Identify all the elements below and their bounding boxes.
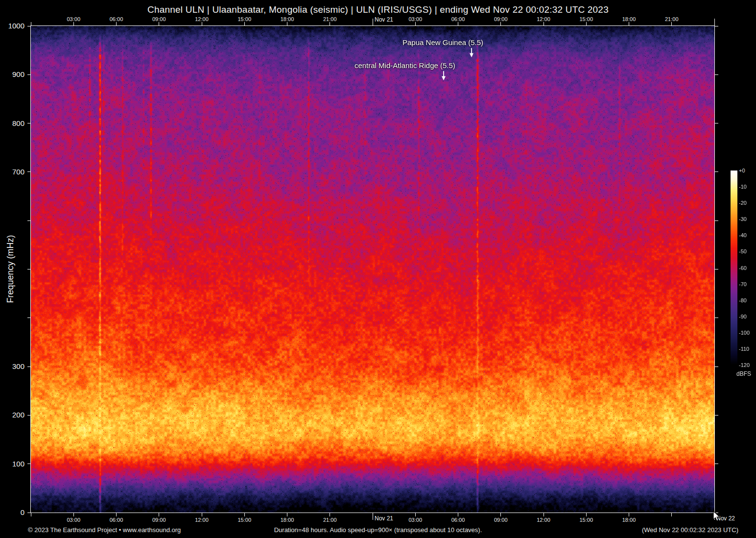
time-tick — [671, 513, 672, 516]
time-tick — [244, 22, 245, 25]
time-tick-label: 09:00 — [147, 517, 171, 523]
freq-tick-left — [27, 464, 31, 464]
colorbar-tick-label: -10 — [739, 184, 747, 190]
time-tick — [31, 513, 31, 516]
freq-tick-left — [27, 220, 31, 221]
time-tick-label: 06:00 — [104, 16, 129, 22]
time-tick — [458, 513, 458, 516]
time-tick — [714, 19, 715, 25]
freq-tick-left — [27, 171, 31, 172]
freq-tick-left — [27, 269, 31, 269]
time-tick-label: 21:00 — [318, 517, 342, 523]
freq-tick-right — [715, 123, 718, 123]
time-tick — [244, 513, 245, 516]
time-tick — [73, 22, 74, 25]
colorbar-tick-label: -80 — [739, 297, 747, 303]
time-tick — [159, 513, 159, 516]
day-label: Nov 21 — [375, 515, 393, 522]
freq-tick-right — [715, 318, 718, 318]
time-tick — [500, 22, 501, 25]
freq-tick-label: 100 — [0, 460, 24, 468]
freq-tick-label: 300 — [0, 362, 24, 370]
day-label: Nov 21 — [375, 16, 393, 23]
freq-tick-right — [715, 415, 718, 416]
time-tick — [373, 19, 373, 25]
freq-tick-right — [715, 464, 718, 464]
time-tick-label: 15:00 — [232, 16, 257, 22]
time-tick-label: 15:00 — [574, 16, 598, 22]
time-tick — [116, 22, 117, 25]
freq-tick-label: 900 — [0, 70, 24, 78]
time-tick — [543, 513, 544, 516]
time-tick-label: 03:00 — [403, 16, 427, 22]
time-tick-label: 03:00 — [403, 517, 427, 523]
time-tick-label: 06:00 — [446, 517, 471, 523]
freq-tick-left — [27, 74, 31, 75]
time-tick — [287, 22, 287, 25]
time-tick-label: 21:00 — [660, 16, 684, 22]
time-tick-label: 06:00 — [446, 16, 471, 22]
time-tick — [373, 513, 373, 520]
freq-tick-label: 200 — [0, 411, 24, 419]
mouse-cursor-icon — [713, 511, 721, 522]
colorbar-tick-label: -100 — [739, 330, 750, 336]
time-tick-label: 18:00 — [617, 517, 641, 523]
time-tick-label: 21:00 — [318, 16, 342, 22]
colorbar-tick-label: -50 — [739, 248, 747, 254]
colorbar-tick-label: -20 — [739, 200, 747, 206]
time-tick — [629, 22, 629, 25]
time-tick-label: 18:00 — [275, 517, 300, 523]
colorbar-tick-label: -120 — [739, 362, 750, 368]
time-tick — [415, 22, 416, 25]
time-tick — [586, 513, 587, 516]
freq-tick-label: 800 — [0, 119, 24, 127]
time-tick-label: 12:00 — [531, 517, 556, 523]
freq-tick-label: 0 — [0, 508, 24, 516]
colorbar-unit-label: dBFS — [733, 370, 755, 377]
colorbar-tick-label: -90 — [739, 314, 747, 319]
freq-tick-right — [715, 367, 718, 367]
freq-tick-label: 1000 — [0, 22, 24, 30]
spectrogram-canvas — [31, 26, 714, 513]
event-arrow-icon — [469, 48, 474, 58]
freq-tick-right — [715, 26, 718, 26]
freq-tick-left — [27, 26, 31, 26]
time-tick-label: 09:00 — [489, 16, 513, 22]
freq-tick-right — [715, 171, 718, 172]
time-tick — [202, 513, 202, 516]
colorbar-tick-label: -30 — [739, 216, 747, 222]
event-label: Papua New Guinea (5.5) — [402, 38, 483, 47]
colorbar-tick-label: +0 — [739, 168, 745, 173]
time-tick-label: 06:00 — [104, 517, 129, 523]
time-tick — [586, 22, 587, 25]
time-tick — [287, 513, 287, 516]
time-tick — [671, 22, 672, 25]
time-tick-label: 18:00 — [275, 16, 300, 22]
freq-tick-left — [27, 415, 31, 416]
event-label: central Mid-Atlantic Ridge (5.5) — [354, 61, 455, 70]
time-tick-label: 15:00 — [232, 517, 257, 523]
time-tick — [500, 513, 501, 516]
colorbar-tick-label: -70 — [739, 281, 747, 287]
freq-tick-left — [27, 367, 31, 367]
footer-timestamp: (Wed Nov 22 00:02:32 2023 UTC) — [642, 526, 738, 534]
colorbar-tick-label: -40 — [739, 232, 747, 238]
freq-tick-right — [715, 220, 718, 221]
event-arrow-icon — [441, 71, 447, 81]
time-tick-label: 18:00 — [617, 16, 641, 22]
time-tick-label: 09:00 — [147, 16, 171, 22]
colorbar-tick-label: -60 — [739, 265, 747, 271]
page-title: Channel ULN | Ulaanbaatar, Mongolia (sei… — [0, 4, 756, 15]
time-tick-label: 03:00 — [61, 517, 86, 523]
freq-tick-left — [27, 318, 31, 318]
freq-tick-left — [27, 513, 31, 513]
freq-tick-right — [715, 269, 718, 269]
freq-tick-right — [715, 74, 718, 75]
time-tick — [415, 513, 416, 516]
time-tick-label: 09:00 — [489, 517, 513, 523]
time-tick — [73, 513, 74, 516]
colorbar — [731, 171, 737, 365]
time-tick — [202, 22, 202, 25]
earthsound-spectrogram-page: Channel ULN | Ulaanbaatar, Mongolia (sei… — [0, 0, 756, 538]
time-tick — [116, 513, 117, 516]
